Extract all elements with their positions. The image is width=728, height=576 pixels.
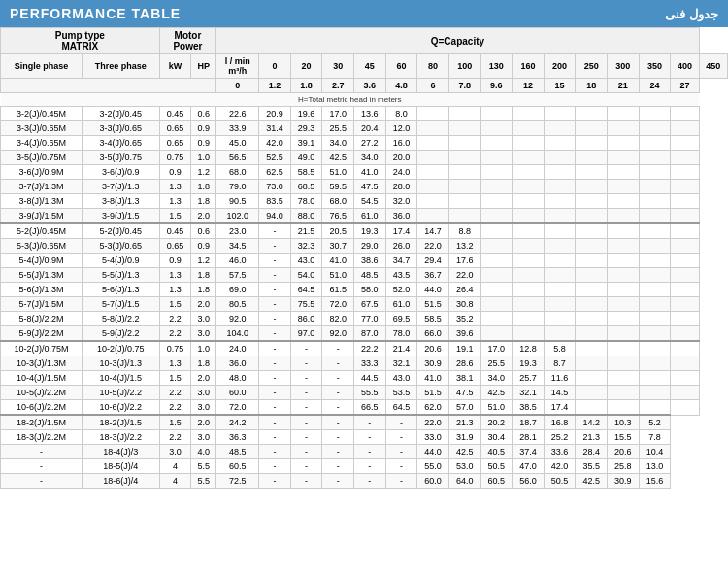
table-cell: 39.6 — [448, 326, 480, 342]
table-cell — [576, 386, 608, 400]
table-cell: 0.65 — [159, 121, 191, 136]
table-cell: 44.5 — [354, 371, 386, 386]
table-cell — [608, 386, 640, 400]
subheader-row: Single phase Three phase kW HP l / minm³… — [1, 54, 728, 79]
table-cell: - — [290, 400, 322, 416]
table-cell: 79.0 — [216, 180, 259, 194]
table-cell — [480, 209, 513, 224]
table-cell: 57.0 — [448, 400, 480, 416]
table-row: 10-5(J)/2.2M10-5(J)/2.22.23.060.0---55.5… — [1, 386, 728, 400]
table-cell: 18-6(J)/4 — [82, 474, 159, 489]
table-cell: 42.0 — [259, 136, 291, 151]
table-cell — [671, 371, 699, 386]
three-phase-label: Three phase — [82, 54, 159, 79]
table-cell: 20.6 — [608, 445, 640, 459]
flow-300: 300 — [608, 54, 640, 79]
table-cell: 68.0 — [216, 165, 259, 180]
table-cell: - — [259, 326, 291, 342]
table-cell: 0.65 — [159, 239, 191, 254]
table-cell: 17.4 — [544, 400, 576, 416]
table-cell: - — [385, 415, 417, 430]
table-cell — [639, 356, 671, 371]
table-cell — [608, 268, 640, 283]
table-cell: 30.9 — [608, 474, 640, 489]
table-cell — [417, 136, 449, 151]
table-cell — [513, 194, 545, 209]
table-cell: 1.5 — [159, 415, 191, 430]
table-cell: 0.9 — [191, 136, 216, 151]
table-cell: 25.5 — [322, 121, 354, 136]
table-row: 5-2(J)/0.45M5-2(J)/0.450.450.623.0-21.52… — [1, 223, 728, 239]
table-cell: 55.0 — [417, 459, 449, 474]
m3h-96: 9.6 — [480, 79, 513, 93]
table-cell: 33.0 — [417, 430, 449, 445]
table-cell — [608, 371, 640, 386]
table-cell: 18-3(J)/2.2 — [82, 430, 159, 445]
table-cell: 61.5 — [322, 283, 354, 297]
table-cell: 19.3 — [513, 356, 545, 371]
table-cell: 19.6 — [290, 107, 322, 121]
table-cell: 82.0 — [322, 312, 354, 326]
table-cell — [608, 180, 640, 194]
flow-200: 200 — [544, 54, 576, 79]
table-cell — [576, 223, 608, 239]
table-cell: 38.1 — [448, 371, 480, 386]
flow-45: 45 — [354, 54, 386, 79]
table-cell: 20.2 — [480, 415, 513, 430]
table-cell: - — [385, 445, 417, 459]
table-cell — [608, 326, 640, 342]
table-cell: 10-6(J)/2.2M — [1, 400, 83, 416]
table-cell: 2.2 — [159, 430, 191, 445]
table-cell: - — [259, 386, 291, 400]
table-cell — [448, 136, 480, 151]
table-cell: 0.6 — [191, 107, 216, 121]
table-cell — [544, 268, 576, 283]
table-cell — [608, 356, 640, 371]
table-cell: - — [354, 415, 386, 430]
table-cell: 10-2(J)/0.75 — [82, 341, 159, 356]
table-cell — [671, 283, 699, 297]
motor-header: Motor Power — [159, 28, 216, 54]
table-cell: 20.4 — [354, 121, 386, 136]
table-cell — [417, 121, 449, 136]
table-cell: - — [259, 254, 291, 268]
m3h-18b: 18 — [576, 79, 608, 93]
table-cell: - — [290, 356, 322, 371]
table-cell: 24.0 — [385, 165, 417, 180]
table-cell: 42.5 — [448, 445, 480, 459]
table-cell: 22.2 — [354, 341, 386, 356]
table-cell: 2.2 — [159, 386, 191, 400]
table-cell: 30.4 — [480, 430, 513, 445]
table-cell: 10-5(J)/2.2 — [82, 386, 159, 400]
table-cell: 92.0 — [216, 312, 259, 326]
table-cell — [448, 180, 480, 194]
table-cell: - — [259, 474, 291, 489]
table-cell: - — [259, 415, 291, 430]
table-cell: 5-2(J)/0.45 — [82, 223, 159, 239]
table-cell: 10-5(J)/2.2M — [1, 386, 83, 400]
table-cell: 90.5 — [216, 194, 259, 209]
table-cell — [639, 400, 671, 416]
table-cell — [671, 121, 699, 136]
table-cell: 78.0 — [290, 194, 322, 209]
table-cell: 43.0 — [385, 371, 417, 386]
table-cell: 69.0 — [216, 283, 259, 297]
table-cell: 64.5 — [385, 400, 417, 416]
table-row: 5-7(J)/1.5M5-7(J)/1.51.52.080.5-75.572.0… — [1, 297, 728, 312]
flow-80: 80 — [417, 54, 449, 79]
table-cell — [544, 239, 576, 254]
table-cell: 10.3 — [608, 415, 640, 430]
table-row: 5-9(J)/2.2M5-9(J)/2.22.23.0104.0-97.092.… — [1, 326, 728, 342]
flow-0: 0 — [259, 54, 291, 79]
table-cell: 5-8(J)/2.2 — [82, 312, 159, 326]
table-cell: 2.0 — [191, 415, 216, 430]
table-cell: 66.0 — [417, 326, 449, 342]
table-cell — [639, 386, 671, 400]
table-cell: - — [259, 239, 291, 254]
flow-250: 250 — [576, 54, 608, 79]
table-cell — [480, 254, 513, 268]
table-cell: 104.0 — [216, 326, 259, 342]
m3h-spacer — [1, 79, 216, 93]
table-cell: 39.1 — [290, 136, 322, 151]
table-cell: 5-9(J)/2.2 — [82, 326, 159, 342]
